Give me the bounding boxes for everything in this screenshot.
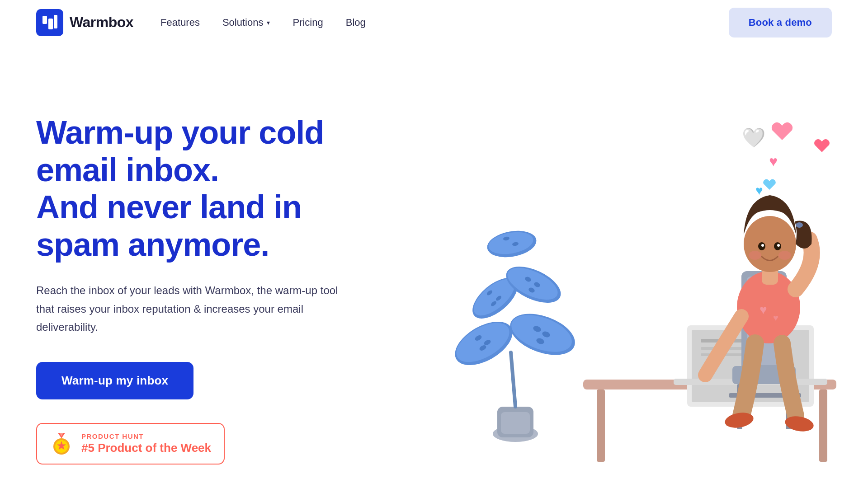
brand-name: Warmbox (70, 14, 133, 31)
warmup-cta-button[interactable]: Warm-up my inbox (36, 362, 193, 399)
svg-rect-36 (597, 389, 605, 462)
logo-icon (36, 9, 63, 36)
svg-point-59 (777, 244, 780, 247)
hero-headline: Warm-up your cold email inbox. And never… (36, 114, 389, 263)
svg-rect-0 (42, 16, 47, 24)
hero-content: Warm-up your cold email inbox. And never… (36, 105, 389, 465)
heart-large (769, 117, 796, 146)
hero-illustration: 🤍 ♥ ♥ (425, 90, 832, 479)
hero-section: Warm-up your cold email inbox. And never… (0, 45, 868, 488)
nav-blog[interactable]: Blog (346, 17, 366, 28)
product-hunt-rank: #5 Product of the Week (81, 441, 211, 455)
nav-features[interactable]: Features (160, 17, 200, 28)
navbar: Warmbox Features Solutions ▾ Pricing Blo… (0, 0, 868, 45)
hero-subtext: Reach the inbox of your leads with Warmb… (36, 282, 344, 337)
svg-point-61 (778, 251, 791, 260)
product-hunt-text: PRODUCT HUNT #5 Product of the Week (81, 432, 211, 455)
svg-text:♥: ♥ (760, 303, 767, 317)
svg-rect-1 (48, 19, 53, 29)
svg-point-58 (761, 244, 764, 247)
navbar-left: Warmbox Features Solutions ▾ Pricing Blo… (36, 9, 366, 36)
svg-rect-2 (54, 15, 57, 28)
heart-medium (812, 136, 832, 157)
nav-pricing[interactable]: Pricing (292, 17, 323, 28)
product-hunt-badge: PRODUCT HUNT #5 Product of the Week (36, 423, 225, 465)
svg-text:♥: ♥ (773, 313, 778, 323)
svg-point-54 (744, 216, 796, 272)
book-demo-button[interactable]: Book a demo (729, 8, 832, 38)
nav-links: Features Solutions ▾ Pricing Blog (160, 17, 366, 28)
scene-illustration-svg: ♥ ♥ (425, 90, 841, 479)
svg-point-60 (749, 251, 761, 260)
medal-svg (50, 432, 73, 455)
product-hunt-medal-icon (50, 432, 73, 455)
svg-point-55 (796, 222, 803, 228)
nav-solutions[interactable]: Solutions ▾ (222, 17, 270, 28)
chevron-down-icon: ▾ (267, 19, 270, 26)
headline-line2: And never land in spam anymore. (36, 189, 302, 263)
heart-small-blue (761, 176, 778, 194)
nav-solutions-label: Solutions (222, 17, 264, 28)
svg-rect-10 (501, 412, 530, 434)
warmbox-logo-svg (41, 14, 58, 31)
logo-link[interactable]: Warmbox (36, 9, 133, 36)
product-hunt-label: PRODUCT HUNT (81, 432, 211, 440)
svg-rect-37 (819, 389, 827, 462)
headline-line1: Warm-up your cold email inbox. (36, 114, 324, 188)
